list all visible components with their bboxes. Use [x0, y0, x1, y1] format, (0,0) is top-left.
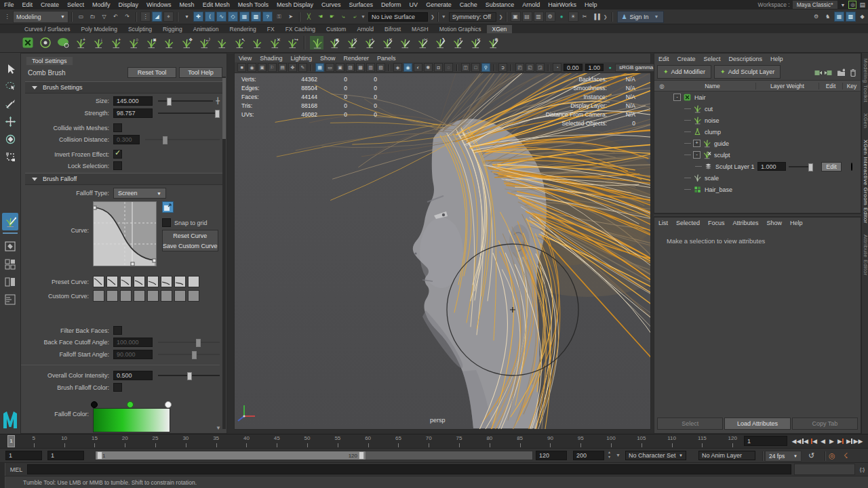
preset-curve-swatch-4[interactable]	[134, 276, 145, 287]
filter-back-faces-checkbox[interactable]	[113, 326, 122, 335]
vp-xray-icon[interactable]: □	[471, 63, 480, 72]
menu-item-show[interactable]: Show	[763, 220, 787, 226]
custom-curve-swatch-1[interactable]	[93, 290, 104, 302]
menu-item-panels[interactable]: Panels	[373, 55, 400, 62]
falloff-curve-widget[interactable]	[93, 201, 157, 269]
component-help-icon[interactable]: ?	[262, 12, 273, 22]
preset-curve-swatch-6[interactable]	[161, 276, 172, 287]
xgen-shelf-tool-2-icon[interactable]: ↓	[90, 35, 106, 51]
vp-bookmark-icon[interactable]: ⚐	[268, 63, 277, 72]
animation-preferences-icon[interactable]: ☇	[844, 451, 848, 460]
active-comb-brush-tool[interactable]	[2, 213, 18, 230]
separator[interactable]	[612, 12, 613, 22]
playback-end-field[interactable]: 120	[536, 451, 567, 460]
layer-weight-column-header[interactable]: Layer Weight	[755, 83, 818, 89]
render-frame-icon[interactable]: ▣	[511, 12, 521, 22]
falloff-type-dropdown[interactable]: Screen▼	[113, 188, 166, 199]
command-input[interactable]	[27, 464, 791, 474]
exposure-field[interactable]: 0.00	[564, 64, 583, 71]
save-custom-curve-button[interactable]: Save Custom Curve	[163, 241, 218, 251]
gamma-field[interactable]: 1.00	[585, 64, 604, 71]
menu-item-select[interactable]: Select	[700, 56, 725, 62]
workspace-selector[interactable]: Maya Classic*	[793, 1, 837, 9]
curve-snap-4-icon[interactable]: ⤶	[350, 12, 360, 22]
xgen-shelf-tool-7-icon[interactable]: ❖	[178, 35, 195, 51]
snap-grid-icon[interactable]: ⋮	[140, 12, 151, 22]
vp-capture-icon[interactable]: ◲	[536, 63, 545, 72]
vp-textured-icon[interactable]: ◐	[414, 63, 422, 72]
side-tab-xgen-interactive-groom-editor[interactable]: XGen Interactive Groom Editor	[862, 134, 868, 229]
menu-item-curves[interactable]: Curves	[317, 1, 345, 8]
layout-two-pane-button[interactable]	[2, 273, 18, 291]
vp-camera-lock-icon[interactable]: ◉	[248, 63, 256, 72]
component-curve-icon[interactable]: ∿	[216, 12, 226, 22]
step-back-key-button[interactable]: ◀	[810, 436, 818, 446]
modeling-toolkit-toggle-icon[interactable]: ⚙	[811, 12, 821, 22]
tree-row-sculpt-layer-1[interactable]: Sculpt Layer 11.000Edit	[654, 161, 861, 172]
brush-falloff-color-checkbox[interactable]	[113, 383, 122, 392]
menu-item-create[interactable]: Create	[37, 1, 63, 8]
layer-weight-field[interactable]: 1.000	[757, 162, 786, 171]
cut-icon[interactable]: ✂	[580, 12, 590, 22]
xgen-shelf-tool-1-icon[interactable]: +	[73, 35, 89, 51]
igs-brush-6-icon[interactable]: ✂	[414, 35, 431, 51]
tree-expand-toggle[interactable]: -	[673, 94, 681, 101]
reset-curve-button[interactable]: Reset Curve	[163, 230, 218, 241]
igs-grass-big-icon[interactable]	[309, 35, 325, 51]
render-region-icon[interactable]: ▤	[522, 12, 532, 22]
vp-selection-icon[interactable]: ➲	[498, 63, 507, 72]
sign-in-button[interactable]: ♟ Sign In ▼	[617, 11, 664, 23]
time-slider[interactable]: 1 51015202530354045505560657075808590951…	[0, 434, 868, 448]
tree-row-guide[interactable]: +guide	[654, 138, 861, 149]
shelf-tab-arnold[interactable]: Arnold	[351, 25, 379, 33]
component-uv-icon[interactable]: ▦	[239, 12, 250, 22]
xgen-shelf-tool-13-icon[interactable]: ↪	[284, 35, 300, 51]
shelf-tab-curves-surfaces[interactable]: Curves / Surfaces	[19, 25, 76, 33]
reset-tool-button[interactable]: Reset Tool	[127, 67, 176, 78]
menu-item-help[interactable]: Help	[786, 220, 807, 226]
shelf-tab-motion-graphics[interactable]: Motion Graphics	[434, 25, 487, 33]
menu-item-shading[interactable]: Shading	[256, 55, 286, 62]
side-tab-attribute-editor[interactable]: Attribute Editor	[862, 229, 868, 281]
vp-shaded-icon[interactable]: ◉	[403, 63, 412, 72]
snap-point-icon[interactable]: ⌖	[163, 12, 174, 22]
vp-shadows-icon[interactable]: ◘	[434, 63, 443, 72]
shelf-tab-custom[interactable]: Custom	[321, 25, 351, 33]
vp-safe-title-icon[interactable]: ▧	[376, 63, 385, 72]
vp-snapshot-icon[interactable]: ◰	[515, 63, 524, 72]
igs-brush-4-icon[interactable]: ✕	[379, 35, 395, 51]
overall-color-intensity-field[interactable]: 0.500	[113, 371, 153, 380]
menu-item-help[interactable]: Help	[766, 56, 787, 62]
grip-icon[interactable]: ⋮	[2, 12, 12, 22]
layout-four-pane-button[interactable]	[2, 256, 18, 273]
xgen-shelf-tool-3-icon[interactable]: +	[108, 35, 124, 51]
tree-row-noise[interactable]: noise	[654, 115, 861, 126]
igs-brush-9-icon[interactable]: ✕	[467, 35, 484, 51]
preset-curve-swatch-2[interactable]	[106, 276, 118, 287]
copy-tab-button[interactable]: Copy Tab	[792, 418, 858, 430]
menu-item-select[interactable]: Select	[63, 1, 88, 8]
ipr-render-icon[interactable]: ▥	[534, 12, 544, 22]
current-frame-field[interactable]: 1	[744, 436, 787, 446]
key-cell[interactable]	[843, 163, 861, 170]
tree-row-cut[interactable]: cut	[654, 103, 861, 115]
menu-item-edit[interactable]: Edit	[654, 56, 673, 62]
select-button[interactable]: Select	[657, 418, 723, 430]
key-column-header[interactable]: Key	[842, 83, 861, 89]
custom-curve-swatch-4[interactable]	[134, 290, 145, 302]
igs-brush-8-icon[interactable]: ⸮	[450, 35, 466, 51]
select-tool[interactable]	[2, 60, 18, 77]
collide-checkbox[interactable]	[113, 123, 122, 132]
menu-grid-icon[interactable]: ▤	[859, 1, 865, 8]
play-forwards-button[interactable]: ▶	[827, 436, 836, 446]
vp-camera-attrs-icon[interactable]: ▣	[258, 63, 267, 72]
menu-item-deform[interactable]: Deform	[377, 1, 406, 8]
overall-color-intensity-handle[interactable]	[187, 372, 192, 380]
custom-curve-swatch-2[interactable]	[106, 290, 118, 302]
command-language-toggle[interactable]: MEL	[5, 466, 27, 473]
lock-selection-checkbox[interactable]	[113, 161, 122, 170]
panel-grip[interactable]	[0, 463, 5, 476]
layout-outliner-button[interactable]	[2, 291, 18, 308]
edit-column-header[interactable]: Edit	[818, 83, 842, 89]
viewport-scene[interactable]: Verts:4436200Edges:8850400Faces:4414400T…	[235, 73, 650, 429]
